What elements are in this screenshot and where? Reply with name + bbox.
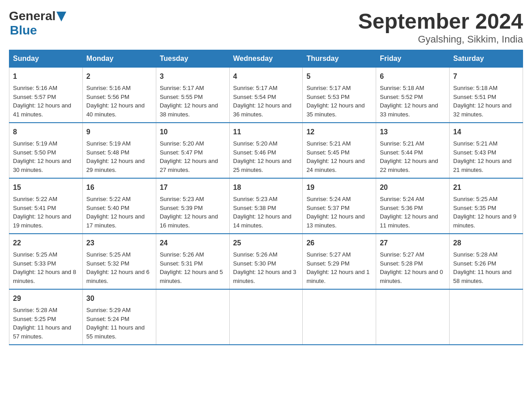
day-number: 4 [233,71,299,82]
calendar-cell: 26Sunrise: 5:27 AMSunset: 5:29 PMDayligh… [303,234,376,289]
sunrise-text: Sunrise: 5:24 AM [380,195,446,204]
sunset-text: Sunset: 5:41 PM [13,204,79,213]
logo: General Blue [9,9,66,38]
sunset-text: Sunset: 5:45 PM [306,148,372,157]
daylight-text: Daylight: 12 hours and 30 minutes. [13,157,79,174]
sunrise-text: Sunrise: 5:23 AM [160,195,226,204]
calendar-title: September 2024 [358,9,523,34]
calendar-cell: 28Sunrise: 5:28 AMSunset: 5:26 PMDayligh… [450,234,523,289]
daylight-text: Daylight: 12 hours and 14 minutes. [233,212,299,230]
daylight-text: Daylight: 12 hours and 1 minute. [306,268,372,285]
calendar-cell: 11Sunrise: 5:20 AMSunset: 5:46 PMDayligh… [229,123,303,178]
sunrise-text: Sunrise: 5:25 AM [13,250,79,259]
sunset-text: Sunset: 5:43 PM [453,148,519,157]
calendar-cell [303,289,376,345]
title-block: September 2024 Gyalshing, Sikkim, India [358,9,523,45]
daylight-text: Daylight: 12 hours and 3 minutes. [233,268,299,285]
daylight-text: Daylight: 12 hours and 36 minutes. [233,101,299,119]
sunset-text: Sunset: 5:56 PM [86,93,152,102]
day-number: 3 [160,71,226,82]
sunrise-text: Sunrise: 5:17 AM [306,84,372,93]
calendar-cell [229,289,303,345]
sunset-text: Sunset: 5:33 PM [13,259,79,268]
day-header-saturday: Saturday [450,50,523,68]
daylight-text: Daylight: 12 hours and 21 minutes. [453,157,519,174]
week-row-3: 15Sunrise: 5:22 AMSunset: 5:41 PMDayligh… [9,178,523,234]
daylight-text: Daylight: 12 hours and 33 minutes. [380,101,446,119]
daylight-text: Daylight: 12 hours and 11 minutes. [380,212,446,230]
day-number: 27 [380,238,446,248]
day-header-monday: Monday [82,50,156,68]
day-number: 12 [306,127,372,137]
sunrise-text: Sunrise: 5:16 AM [86,84,152,93]
sunset-text: Sunset: 5:28 PM [380,259,446,268]
sunrise-text: Sunrise: 5:25 AM [453,195,519,204]
day-number: 18 [233,182,299,193]
calendar-cell [450,289,523,345]
calendar-cell: 16Sunrise: 5:22 AMSunset: 5:40 PMDayligh… [82,178,156,234]
sunset-text: Sunset: 5:55 PM [160,93,226,102]
sunrise-text: Sunrise: 5:22 AM [86,195,152,204]
daylight-text: Daylight: 12 hours and 24 minutes. [306,157,372,174]
sunrise-text: Sunrise: 5:19 AM [86,139,152,148]
daylight-text: Daylight: 12 hours and 29 minutes. [86,157,152,174]
calendar-cell: 3Sunrise: 5:17 AMSunset: 5:55 PMDaylight… [156,68,229,123]
day-number: 23 [86,238,152,248]
sunset-text: Sunset: 5:24 PM [86,315,152,324]
daylight-text: Daylight: 11 hours and 58 minutes. [453,268,519,285]
sunrise-text: Sunrise: 5:28 AM [453,250,519,259]
sunset-text: Sunset: 5:36 PM [380,204,446,213]
calendar-cell: 27Sunrise: 5:27 AMSunset: 5:28 PMDayligh… [376,234,450,289]
calendar-cell: 22Sunrise: 5:25 AMSunset: 5:33 PMDayligh… [9,234,83,289]
daylight-text: Daylight: 12 hours and 40 minutes. [86,101,152,119]
day-number: 1 [13,71,79,82]
calendar-cell: 1Sunrise: 5:16 AMSunset: 5:57 PMDaylight… [9,68,83,123]
day-number: 29 [13,293,79,304]
sunrise-text: Sunrise: 5:20 AM [160,139,226,148]
sunrise-text: Sunrise: 5:23 AM [233,195,299,204]
day-header-wednesday: Wednesday [229,50,303,68]
daylight-text: Daylight: 12 hours and 19 minutes. [13,212,79,230]
daylight-text: Daylight: 12 hours and 16 minutes. [160,212,226,230]
sunrise-text: Sunrise: 5:22 AM [13,195,79,204]
sunset-text: Sunset: 5:32 PM [86,259,152,268]
calendar-cell: 6Sunrise: 5:18 AMSunset: 5:52 PMDaylight… [376,68,450,123]
sunset-text: Sunset: 5:52 PM [380,93,446,102]
day-number: 7 [453,71,519,82]
calendar-cell [376,289,450,345]
day-number: 19 [306,182,372,193]
calendar-cell: 8Sunrise: 5:19 AMSunset: 5:50 PMDaylight… [9,123,83,178]
calendar-cell: 30Sunrise: 5:29 AMSunset: 5:24 PMDayligh… [82,289,156,345]
sunset-text: Sunset: 5:31 PM [160,259,226,268]
daylight-text: Daylight: 11 hours and 55 minutes. [86,323,152,341]
calendar-subtitle: Gyalshing, Sikkim, India [358,34,523,45]
daylight-text: Daylight: 12 hours and 6 minutes. [86,268,152,285]
calendar-cell: 29Sunrise: 5:28 AMSunset: 5:25 PMDayligh… [9,289,83,345]
daylight-text: Daylight: 12 hours and 9 minutes. [453,212,519,230]
day-number: 26 [306,238,372,248]
sunset-text: Sunset: 5:35 PM [453,204,519,213]
calendar-cell: 17Sunrise: 5:23 AMSunset: 5:39 PMDayligh… [156,178,229,234]
day-number: 24 [160,238,226,248]
logo-blue-text: Blue [10,23,37,38]
daylight-text: Daylight: 12 hours and 41 minutes. [13,101,79,119]
calendar-cell: 19Sunrise: 5:24 AMSunset: 5:37 PMDayligh… [303,178,376,234]
daylight-text: Daylight: 12 hours and 13 minutes. [306,212,372,230]
sunrise-text: Sunrise: 5:17 AM [160,84,226,93]
sunset-text: Sunset: 5:46 PM [233,148,299,157]
calendar-cell: 2Sunrise: 5:16 AMSunset: 5:56 PMDaylight… [82,68,156,123]
sunrise-text: Sunrise: 5:27 AM [380,250,446,259]
day-number: 6 [380,71,446,82]
calendar-cell: 21Sunrise: 5:25 AMSunset: 5:35 PMDayligh… [450,178,523,234]
calendar-cell: 23Sunrise: 5:25 AMSunset: 5:32 PMDayligh… [82,234,156,289]
week-row-4: 22Sunrise: 5:25 AMSunset: 5:33 PMDayligh… [9,234,523,289]
day-header-sunday: Sunday [9,50,83,68]
logo-general-text: General [9,9,56,23]
calendar-cell: 20Sunrise: 5:24 AMSunset: 5:36 PMDayligh… [376,178,450,234]
day-number: 22 [13,238,79,248]
day-number: 5 [306,71,372,82]
sunset-text: Sunset: 5:26 PM [453,259,519,268]
day-number: 16 [86,182,152,193]
daylight-text: Daylight: 12 hours and 38 minutes. [160,101,226,119]
sunset-text: Sunset: 5:54 PM [233,93,299,102]
